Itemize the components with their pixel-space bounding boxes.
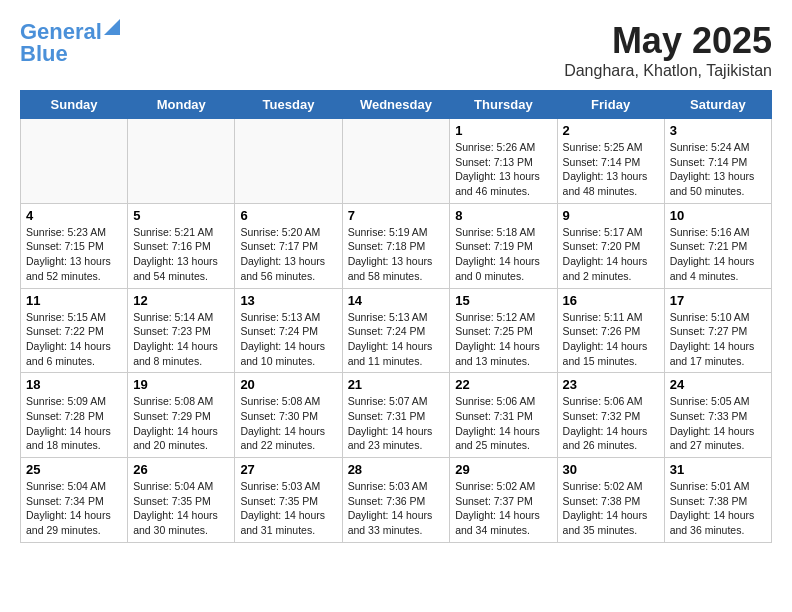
day-info: Sunrise: 5:19 AM Sunset: 7:18 PM Dayligh… [348,225,445,284]
day-number: 5 [133,208,229,223]
day-info: Sunrise: 5:03 AM Sunset: 7:36 PM Dayligh… [348,479,445,538]
day-number: 1 [455,123,551,138]
day-number: 16 [563,293,659,308]
calendar-day-cell: 9Sunrise: 5:17 AM Sunset: 7:20 PM Daylig… [557,203,664,288]
calendar-day-header: Saturday [664,91,771,119]
day-number: 21 [348,377,445,392]
day-info: Sunrise: 5:21 AM Sunset: 7:16 PM Dayligh… [133,225,229,284]
calendar-week-row: 18Sunrise: 5:09 AM Sunset: 7:28 PM Dayli… [21,373,772,458]
calendar-day-cell: 15Sunrise: 5:12 AM Sunset: 7:25 PM Dayli… [450,288,557,373]
calendar-day-cell: 1Sunrise: 5:26 AM Sunset: 7:13 PM Daylig… [450,119,557,204]
calendar-day-cell: 22Sunrise: 5:06 AM Sunset: 7:31 PM Dayli… [450,373,557,458]
day-info: Sunrise: 5:06 AM Sunset: 7:32 PM Dayligh… [563,394,659,453]
calendar-day-cell: 5Sunrise: 5:21 AM Sunset: 7:16 PM Daylig… [128,203,235,288]
day-number: 2 [563,123,659,138]
day-info: Sunrise: 5:23 AM Sunset: 7:15 PM Dayligh… [26,225,122,284]
day-number: 3 [670,123,766,138]
calendar-day-cell: 29Sunrise: 5:02 AM Sunset: 7:37 PM Dayli… [450,458,557,543]
calendar-week-row: 1Sunrise: 5:26 AM Sunset: 7:13 PM Daylig… [21,119,772,204]
day-info: Sunrise: 5:13 AM Sunset: 7:24 PM Dayligh… [240,310,336,369]
calendar-day-cell: 27Sunrise: 5:03 AM Sunset: 7:35 PM Dayli… [235,458,342,543]
day-info: Sunrise: 5:02 AM Sunset: 7:38 PM Dayligh… [563,479,659,538]
calendar-day-cell: 4Sunrise: 5:23 AM Sunset: 7:15 PM Daylig… [21,203,128,288]
day-info: Sunrise: 5:08 AM Sunset: 7:30 PM Dayligh… [240,394,336,453]
calendar-day-cell: 7Sunrise: 5:19 AM Sunset: 7:18 PM Daylig… [342,203,450,288]
day-number: 4 [26,208,122,223]
calendar-day-cell: 3Sunrise: 5:24 AM Sunset: 7:14 PM Daylig… [664,119,771,204]
day-number: 22 [455,377,551,392]
day-number: 13 [240,293,336,308]
day-number: 12 [133,293,229,308]
calendar-week-row: 25Sunrise: 5:04 AM Sunset: 7:34 PM Dayli… [21,458,772,543]
page-header: General Blue May 2025 Danghara, Khatlon,… [20,20,772,80]
day-number: 25 [26,462,122,477]
calendar-day-cell: 26Sunrise: 5:04 AM Sunset: 7:35 PM Dayli… [128,458,235,543]
day-number: 18 [26,377,122,392]
day-number: 6 [240,208,336,223]
day-info: Sunrise: 5:09 AM Sunset: 7:28 PM Dayligh… [26,394,122,453]
day-info: Sunrise: 5:07 AM Sunset: 7:31 PM Dayligh… [348,394,445,453]
day-info: Sunrise: 5:05 AM Sunset: 7:33 PM Dayligh… [670,394,766,453]
day-info: Sunrise: 5:14 AM Sunset: 7:23 PM Dayligh… [133,310,229,369]
calendar-day-header: Sunday [21,91,128,119]
day-number: 9 [563,208,659,223]
calendar-table: SundayMondayTuesdayWednesdayThursdayFrid… [20,90,772,543]
day-info: Sunrise: 5:06 AM Sunset: 7:31 PM Dayligh… [455,394,551,453]
day-info: Sunrise: 5:24 AM Sunset: 7:14 PM Dayligh… [670,140,766,199]
calendar-day-cell: 28Sunrise: 5:03 AM Sunset: 7:36 PM Dayli… [342,458,450,543]
calendar-day-header: Tuesday [235,91,342,119]
calendar-body: 1Sunrise: 5:26 AM Sunset: 7:13 PM Daylig… [21,119,772,543]
calendar-day-header: Friday [557,91,664,119]
day-info: Sunrise: 5:12 AM Sunset: 7:25 PM Dayligh… [455,310,551,369]
day-info: Sunrise: 5:03 AM Sunset: 7:35 PM Dayligh… [240,479,336,538]
day-info: Sunrise: 5:18 AM Sunset: 7:19 PM Dayligh… [455,225,551,284]
day-number: 7 [348,208,445,223]
day-info: Sunrise: 5:04 AM Sunset: 7:35 PM Dayligh… [133,479,229,538]
calendar-header-row: SundayMondayTuesdayWednesdayThursdayFrid… [21,91,772,119]
day-info: Sunrise: 5:15 AM Sunset: 7:22 PM Dayligh… [26,310,122,369]
day-number: 20 [240,377,336,392]
day-number: 14 [348,293,445,308]
day-number: 10 [670,208,766,223]
day-info: Sunrise: 5:26 AM Sunset: 7:13 PM Dayligh… [455,140,551,199]
location: Danghara, Khatlon, Tajikistan [564,62,772,80]
calendar-week-row: 11Sunrise: 5:15 AM Sunset: 7:22 PM Dayli… [21,288,772,373]
calendar-day-cell: 18Sunrise: 5:09 AM Sunset: 7:28 PM Dayli… [21,373,128,458]
calendar-day-cell: 10Sunrise: 5:16 AM Sunset: 7:21 PM Dayli… [664,203,771,288]
calendar-day-cell: 30Sunrise: 5:02 AM Sunset: 7:38 PM Dayli… [557,458,664,543]
calendar-day-cell: 13Sunrise: 5:13 AM Sunset: 7:24 PM Dayli… [235,288,342,373]
calendar-day-cell: 12Sunrise: 5:14 AM Sunset: 7:23 PM Dayli… [128,288,235,373]
calendar-day-cell: 20Sunrise: 5:08 AM Sunset: 7:30 PM Dayli… [235,373,342,458]
calendar-day-cell: 8Sunrise: 5:18 AM Sunset: 7:19 PM Daylig… [450,203,557,288]
day-info: Sunrise: 5:04 AM Sunset: 7:34 PM Dayligh… [26,479,122,538]
day-number: 30 [563,462,659,477]
day-number: 27 [240,462,336,477]
day-number: 26 [133,462,229,477]
day-info: Sunrise: 5:01 AM Sunset: 7:38 PM Dayligh… [670,479,766,538]
title-block: May 2025 Danghara, Khatlon, Tajikistan [564,20,772,80]
day-info: Sunrise: 5:25 AM Sunset: 7:14 PM Dayligh… [563,140,659,199]
day-number: 15 [455,293,551,308]
day-info: Sunrise: 5:02 AM Sunset: 7:37 PM Dayligh… [455,479,551,538]
calendar-day-cell: 25Sunrise: 5:04 AM Sunset: 7:34 PM Dayli… [21,458,128,543]
calendar-day-cell: 31Sunrise: 5:01 AM Sunset: 7:38 PM Dayli… [664,458,771,543]
day-info: Sunrise: 5:16 AM Sunset: 7:21 PM Dayligh… [670,225,766,284]
logo: General Blue [20,20,120,66]
day-number: 24 [670,377,766,392]
calendar-day-cell: 16Sunrise: 5:11 AM Sunset: 7:26 PM Dayli… [557,288,664,373]
day-number: 23 [563,377,659,392]
calendar-day-cell [128,119,235,204]
day-info: Sunrise: 5:10 AM Sunset: 7:27 PM Dayligh… [670,310,766,369]
calendar-day-cell [21,119,128,204]
day-number: 19 [133,377,229,392]
calendar-day-cell: 21Sunrise: 5:07 AM Sunset: 7:31 PM Dayli… [342,373,450,458]
calendar-day-cell: 14Sunrise: 5:13 AM Sunset: 7:24 PM Dayli… [342,288,450,373]
calendar-day-cell: 17Sunrise: 5:10 AM Sunset: 7:27 PM Dayli… [664,288,771,373]
day-number: 8 [455,208,551,223]
calendar-day-cell: 2Sunrise: 5:25 AM Sunset: 7:14 PM Daylig… [557,119,664,204]
day-info: Sunrise: 5:20 AM Sunset: 7:17 PM Dayligh… [240,225,336,284]
day-info: Sunrise: 5:11 AM Sunset: 7:26 PM Dayligh… [563,310,659,369]
calendar-day-cell: 6Sunrise: 5:20 AM Sunset: 7:17 PM Daylig… [235,203,342,288]
logo-text-blue: Blue [20,42,68,66]
calendar-week-row: 4Sunrise: 5:23 AM Sunset: 7:15 PM Daylig… [21,203,772,288]
